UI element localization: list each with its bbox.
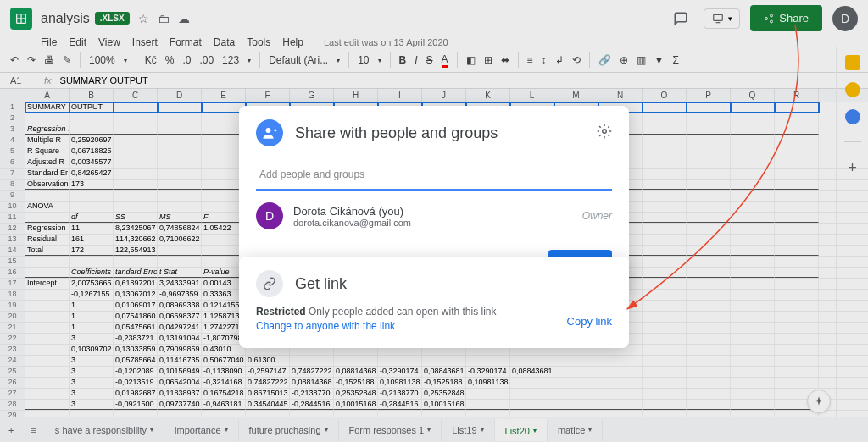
person-name: Dorota Cikánová (you) <box>293 205 582 218</box>
person-email: dorota.cikanova@gmail.com <box>293 218 582 228</box>
add-people-input[interactable]: Add people and groups <box>256 160 612 191</box>
change-access-link[interactable]: Change to anyone with the link <box>256 320 395 332</box>
get-link-panel: Get link Restricted Only people added ca… <box>239 257 629 348</box>
link-icon <box>256 270 283 297</box>
get-link-title: Get link <box>295 275 347 293</box>
person-add-icon <box>256 119 283 146</box>
svg-point-6 <box>603 130 607 134</box>
restricted-label: Restricted <box>256 306 306 318</box>
person-avatar: D <box>256 202 283 229</box>
share-modal-title: Share with people and groups <box>295 124 597 142</box>
copy-link-button[interactable]: Copy link <box>567 315 612 328</box>
gear-icon[interactable] <box>597 124 612 142</box>
restricted-desc: Only people added can open with this lin… <box>306 306 497 318</box>
svg-point-5 <box>266 128 271 133</box>
owner-label: Owner <box>582 210 612 222</box>
